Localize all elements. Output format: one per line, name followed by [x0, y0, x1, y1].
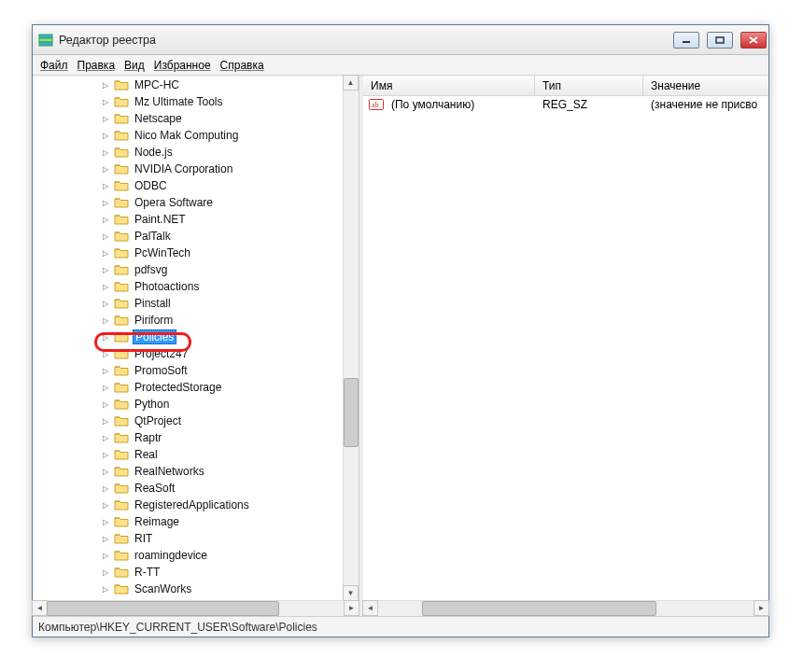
tree-item-label: Mz Ultimate Tools	[133, 95, 224, 108]
folder-icon	[114, 532, 129, 545]
expand-toggle-icon[interactable]: ▷	[100, 583, 111, 595]
folder-icon	[114, 431, 129, 444]
menu-view[interactable]: Вид	[124, 59, 145, 72]
tree-item[interactable]: ▷ReaSoft	[33, 480, 343, 497]
tree-item[interactable]: ▷Reimage	[33, 513, 343, 530]
tree-item[interactable]: ▷ProtectedStorage	[33, 379, 343, 396]
tree-item[interactable]: ▷ODBC	[33, 177, 343, 194]
tree-item[interactable]: ▷RegisteredApplications	[33, 497, 343, 513]
expand-toggle-icon[interactable]: ▷	[100, 231, 111, 242]
minimize-button[interactable]	[673, 32, 699, 49]
expand-toggle-icon[interactable]: ▷	[100, 113, 111, 124]
expand-toggle-icon[interactable]: ▷	[100, 214, 111, 225]
folder-icon	[114, 482, 129, 495]
menu-file[interactable]: Файл	[40, 59, 68, 72]
tree-item[interactable]: ▷PromoSoft	[33, 362, 343, 379]
expand-toggle-icon[interactable]: ▷	[100, 365, 111, 376]
expand-toggle-icon[interactable]: ▷	[100, 533, 111, 544]
list-row[interactable]: ab (По умолчанию) REG_SZ (значение не пр…	[363, 96, 768, 113]
tree-item[interactable]: ▷Python	[33, 396, 343, 413]
scroll-right-button[interactable]: ►	[754, 600, 769, 616]
tree-item[interactable]: ▷Paint.NET	[33, 211, 343, 228]
expand-toggle-icon[interactable]: ▷	[100, 96, 111, 107]
scroll-thumb[interactable]	[344, 378, 359, 447]
scroll-up-button[interactable]: ▲	[343, 75, 359, 91]
expand-toggle-icon[interactable]: ▷	[100, 449, 111, 460]
expand-toggle-icon[interactable]: ▷	[100, 197, 111, 208]
expand-toggle-icon[interactable]: ▷	[100, 516, 111, 527]
expand-toggle-icon[interactable]: ▷	[100, 382, 111, 393]
folder-icon	[114, 515, 129, 528]
tree-item[interactable]: ▷NVIDIA Corporation	[33, 161, 343, 177]
expand-toggle-icon[interactable]: ▷	[100, 550, 111, 561]
hscroll-thumb[interactable]	[47, 601, 279, 616]
tree-item[interactable]: ▷Opera Software	[33, 194, 343, 211]
folder-icon	[114, 78, 129, 91]
tree-item[interactable]: ▷QtProject	[33, 413, 343, 429]
scroll-left-button[interactable]: ◄	[32, 600, 48, 616]
tree-item[interactable]: ▷Node.js	[33, 144, 343, 161]
tree-item[interactable]: ▷MPC-HC	[33, 77, 343, 93]
expand-toggle-icon[interactable]: ▷	[100, 130, 111, 141]
titlebar[interactable]: Редактор реестра	[33, 25, 768, 55]
expand-toggle-icon[interactable]: ▷	[100, 499, 111, 511]
folder-icon	[114, 465, 129, 478]
folder-icon	[114, 230, 129, 243]
tree-item[interactable]: ▷PalTalk	[33, 228, 343, 245]
tree-item[interactable]: ▷Photoactions	[33, 278, 343, 295]
expand-toggle-icon[interactable]: ▷	[100, 180, 111, 191]
expand-toggle-icon[interactable]: ▷	[100, 567, 111, 578]
expand-toggle-icon[interactable]: ▷	[100, 331, 111, 343]
expand-toggle-icon[interactable]: ▷	[100, 348, 111, 359]
tree-item-label: RegisteredApplications	[133, 498, 251, 511]
tree-item[interactable]: ▷Raptr	[33, 429, 343, 446]
menu-edit[interactable]: Правка	[77, 59, 116, 72]
expand-toggle-icon[interactable]: ▷	[100, 432, 111, 443]
tree-item[interactable]: ▷Piriform	[33, 312, 343, 329]
tree-item[interactable]: ▷R-TT	[33, 564, 343, 581]
expand-toggle-icon[interactable]: ▷	[100, 298, 111, 309]
tree-item[interactable]: ▷roamingdevice	[33, 547, 343, 564]
tree-item[interactable]: ▷Pinstall	[33, 295, 343, 312]
close-button[interactable]	[740, 32, 767, 49]
expand-toggle-icon[interactable]: ▷	[100, 163, 111, 175]
column-type[interactable]: Тип	[535, 76, 643, 95]
maximize-button[interactable]	[707, 32, 733, 49]
expand-toggle-icon[interactable]: ▷	[100, 79, 111, 91]
tree-item[interactable]: ▷pdfsvg	[33, 261, 343, 278]
tree-item[interactable]: ▷RIT	[33, 530, 343, 547]
tree-item[interactable]: ▷Policies	[33, 329, 343, 345]
tree-item[interactable]: ▷Netscape	[33, 110, 343, 127]
tree-hscrollbar[interactable]: ◄ ►	[33, 600, 359, 616]
tree-item[interactable]: ▷Project247	[33, 345, 343, 362]
tree-vscrollbar[interactable]: ▲ ▼	[343, 76, 359, 600]
menu-help[interactable]: Справка	[220, 59, 264, 72]
expand-toggle-icon[interactable]: ▷	[100, 399, 111, 410]
expand-toggle-icon[interactable]: ▷	[100, 147, 111, 158]
scroll-right-button[interactable]: ►	[344, 600, 359, 616]
window-frame: Редактор реестра Файл Правка Вид Избранн…	[32, 24, 769, 637]
list-hscrollbar[interactable]: ◄ ►	[363, 600, 768, 616]
expand-toggle-icon[interactable]: ▷	[100, 483, 111, 494]
tree-item[interactable]: ▷Real	[33, 446, 343, 463]
expand-toggle-icon[interactable]: ▷	[100, 315, 111, 326]
expand-toggle-icon[interactable]: ▷	[100, 466, 111, 477]
menu-favorites[interactable]: Избранное	[154, 59, 211, 72]
expand-toggle-icon[interactable]: ▷	[100, 264, 111, 275]
tree-item[interactable]: ▷Nico Mak Computing	[33, 127, 343, 144]
hscroll-thumb[interactable]	[422, 601, 655, 616]
tree-item[interactable]: ▷RealNetworks	[33, 463, 343, 480]
scroll-left-button[interactable]: ◄	[362, 600, 378, 616]
tree-item[interactable]: ▷ScanWorks	[33, 581, 343, 597]
list-body[interactable]: ab (По умолчанию) REG_SZ (значение не пр…	[363, 96, 768, 600]
expand-toggle-icon[interactable]: ▷	[100, 247, 111, 259]
tree-item[interactable]: ▷PcWinTech	[33, 245, 343, 261]
folder-icon	[114, 129, 129, 142]
scroll-down-button[interactable]: ▼	[343, 585, 359, 601]
tree-item[interactable]: ▷Mz Ultimate Tools	[33, 93, 343, 110]
column-name[interactable]: Имя	[363, 76, 535, 95]
column-value[interactable]: Значение	[643, 76, 768, 95]
registry-tree[interactable]: ▷MPC-HC▷Mz Ultimate Tools▷Netscape▷Nico …	[33, 76, 343, 600]
expand-toggle-icon[interactable]: ▷	[100, 281, 111, 292]
expand-toggle-icon[interactable]: ▷	[100, 415, 111, 427]
